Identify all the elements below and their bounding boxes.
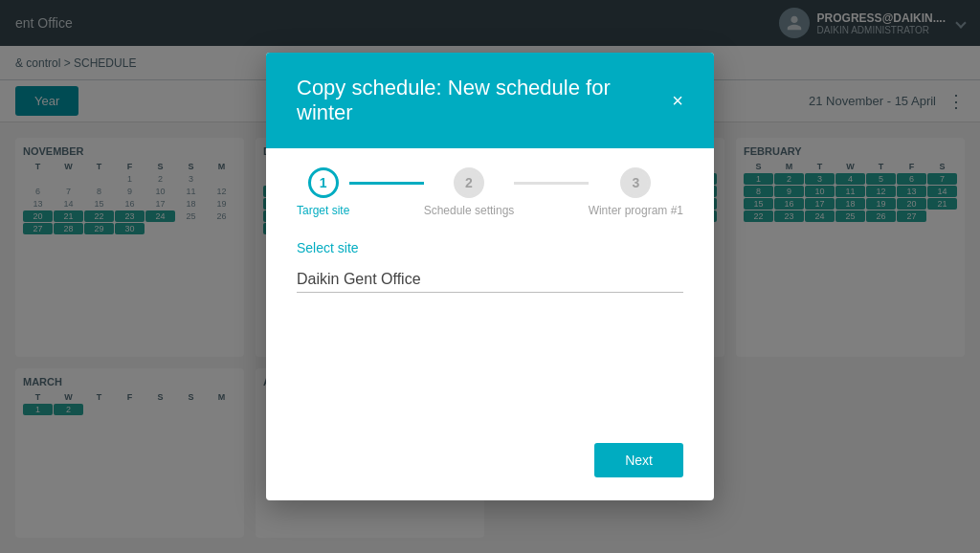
step-1-label: Target site	[297, 204, 349, 217]
step-3: 3 Winter program #1	[589, 167, 683, 217]
step-1: 1 Target site	[297, 167, 349, 217]
step-line-1-2	[349, 182, 423, 185]
modal-body: Select site	[266, 217, 714, 428]
next-button[interactable]: Next	[594, 443, 683, 477]
step-2: 2 Schedule settings	[424, 167, 515, 217]
step-2-circle: 2	[454, 167, 484, 198]
modal-close-button[interactable]: ×	[672, 91, 683, 110]
step-3-circle: 3	[620, 167, 651, 198]
select-site-label: Select site	[297, 240, 683, 255]
modal-title: Copy schedule: New schedule for winter	[297, 76, 672, 125]
stepper: 1 Target site 2 Schedule settings 3 Wint…	[266, 148, 714, 217]
site-select-input[interactable]	[297, 267, 683, 293]
step-3-label: Winter program #1	[589, 204, 683, 217]
step-1-circle: 1	[308, 167, 339, 198]
step-2-label: Schedule settings	[424, 204, 515, 217]
step-line-2-3	[514, 182, 588, 185]
modal-header: Copy schedule: New schedule for winter ×	[266, 53, 714, 148]
copy-schedule-modal: Copy schedule: New schedule for winter ×…	[266, 53, 714, 500]
modal-footer: Next	[266, 428, 714, 500]
